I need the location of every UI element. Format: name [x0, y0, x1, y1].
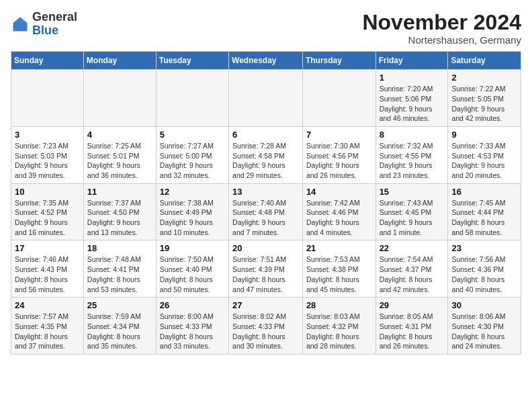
logo-blue: Blue — [32, 24, 58, 37]
calendar-day-cell: 5Sunrise: 7:27 AM Sunset: 5:00 PM Daylig… — [156, 126, 228, 183]
calendar-day-cell: 11Sunrise: 7:37 AM Sunset: 4:50 PM Dayli… — [83, 183, 156, 240]
calendar-day-cell — [11, 70, 84, 127]
day-number: 18 — [87, 243, 152, 253]
calendar-day-cell: 18Sunrise: 7:48 AM Sunset: 4:41 PM Dayli… — [83, 240, 156, 298]
day-of-week-header: Friday — [375, 52, 448, 70]
calendar-day-cell: 26Sunrise: 8:00 AM Sunset: 4:33 PM Dayli… — [156, 298, 228, 355]
day-number: 16 — [451, 187, 517, 197]
calendar-day-cell: 14Sunrise: 7:42 AM Sunset: 4:46 PM Dayli… — [302, 183, 375, 240]
day-info: Sunrise: 8:05 AM Sunset: 4:31 PM Dayligh… — [380, 312, 445, 351]
day-info: Sunrise: 7:23 AM Sunset: 5:03 PM Dayligh… — [15, 141, 80, 181]
day-number: 1 — [380, 73, 445, 83]
calendar-day-cell: 6Sunrise: 7:28 AM Sunset: 4:58 PM Daylig… — [229, 126, 303, 183]
day-info: Sunrise: 7:38 AM Sunset: 4:49 PM Dayligh… — [160, 198, 225, 238]
calendar-day-cell: 10Sunrise: 7:35 AM Sunset: 4:52 PM Dayli… — [11, 183, 84, 240]
day-info: Sunrise: 7:40 AM Sunset: 4:48 PM Dayligh… — [232, 198, 299, 238]
day-info: Sunrise: 7:28 AM Sunset: 4:58 PM Dayligh… — [232, 141, 299, 181]
calendar-week-row: 10Sunrise: 7:35 AM Sunset: 4:52 PM Dayli… — [11, 183, 521, 240]
calendar-week-row: 24Sunrise: 7:57 AM Sunset: 4:35 PM Dayli… — [11, 298, 521, 355]
day-number: 14 — [306, 187, 372, 197]
day-info: Sunrise: 7:56 AM Sunset: 4:36 PM Dayligh… — [451, 255, 517, 294]
day-number: 26 — [160, 300, 225, 310]
calendar-day-cell: 24Sunrise: 7:57 AM Sunset: 4:35 PM Dayli… — [11, 298, 84, 355]
day-info: Sunrise: 7:33 AM Sunset: 4:53 PM Dayligh… — [451, 141, 517, 181]
day-info: Sunrise: 8:03 AM Sunset: 4:32 PM Dayligh… — [306, 312, 372, 351]
day-info: Sunrise: 7:25 AM Sunset: 5:01 PM Dayligh… — [87, 141, 152, 181]
day-info: Sunrise: 7:22 AM Sunset: 5:05 PM Dayligh… — [451, 84, 517, 124]
day-number: 25 — [87, 300, 152, 310]
calendar-week-row: 1Sunrise: 7:20 AM Sunset: 5:06 PM Daylig… — [11, 70, 521, 127]
day-number: 8 — [380, 130, 445, 140]
day-info: Sunrise: 7:30 AM Sunset: 4:56 PM Dayligh… — [306, 141, 372, 181]
logo-general: General — [32, 10, 77, 24]
day-number: 22 — [380, 243, 445, 253]
calendar-day-cell — [156, 70, 228, 127]
day-of-week-header: Sunday — [11, 52, 84, 70]
day-of-week-header: Wednesday — [229, 52, 303, 70]
day-number: 9 — [451, 130, 517, 140]
day-info: Sunrise: 7:42 AM Sunset: 4:46 PM Dayligh… — [306, 198, 372, 238]
day-number: 19 — [160, 243, 225, 253]
day-number: 27 — [232, 300, 299, 310]
title-block: November 2024 Nortershausen, Germany — [362, 11, 521, 46]
calendar-day-cell: 7Sunrise: 7:30 AM Sunset: 4:56 PM Daylig… — [302, 126, 375, 183]
calendar-day-cell: 1Sunrise: 7:20 AM Sunset: 5:06 PM Daylig… — [375, 70, 448, 127]
page-header: General Blue November 2024 Nortershausen… — [11, 11, 521, 46]
day-number: 23 — [451, 243, 517, 253]
location: Nortershausen, Germany — [362, 34, 521, 46]
day-number: 21 — [306, 243, 372, 253]
day-number: 24 — [15, 300, 80, 310]
calendar-day-cell: 25Sunrise: 7:59 AM Sunset: 4:34 PM Dayli… — [83, 298, 156, 355]
day-info: Sunrise: 8:00 AM Sunset: 4:33 PM Dayligh… — [160, 312, 225, 351]
calendar-day-cell — [83, 70, 156, 127]
day-info: Sunrise: 7:27 AM Sunset: 5:00 PM Dayligh… — [160, 141, 225, 181]
day-info: Sunrise: 8:02 AM Sunset: 4:33 PM Dayligh… — [232, 312, 299, 351]
calendar-week-row: 17Sunrise: 7:46 AM Sunset: 4:43 PM Dayli… — [11, 240, 521, 298]
calendar-day-cell: 20Sunrise: 7:51 AM Sunset: 4:39 PM Dayli… — [229, 240, 303, 298]
day-info: Sunrise: 7:32 AM Sunset: 4:55 PM Dayligh… — [380, 141, 445, 181]
day-of-week-header: Monday — [83, 52, 156, 70]
day-info: Sunrise: 7:57 AM Sunset: 4:35 PM Dayligh… — [15, 312, 80, 351]
day-number: 11 — [87, 187, 152, 197]
calendar-day-cell: 13Sunrise: 7:40 AM Sunset: 4:48 PM Dayli… — [229, 183, 303, 240]
day-number: 2 — [451, 73, 517, 83]
calendar-day-cell: 22Sunrise: 7:54 AM Sunset: 4:37 PM Dayli… — [375, 240, 448, 298]
calendar-day-cell: 27Sunrise: 8:02 AM Sunset: 4:33 PM Dayli… — [229, 298, 303, 355]
day-number: 6 — [232, 130, 299, 140]
day-info: Sunrise: 7:51 AM Sunset: 4:39 PM Dayligh… — [232, 255, 299, 294]
logo-icon — [11, 15, 30, 34]
calendar-day-cell: 23Sunrise: 7:56 AM Sunset: 4:36 PM Dayli… — [448, 240, 521, 298]
day-number: 17 — [15, 243, 80, 253]
day-info: Sunrise: 8:06 AM Sunset: 4:30 PM Dayligh… — [451, 312, 517, 351]
day-number: 10 — [15, 187, 80, 197]
day-info: Sunrise: 7:37 AM Sunset: 4:50 PM Dayligh… — [87, 198, 152, 238]
day-number: 20 — [232, 243, 299, 253]
calendar-day-cell: 3Sunrise: 7:23 AM Sunset: 5:03 PM Daylig… — [11, 126, 84, 183]
svg-marker-1 — [20, 17, 28, 23]
day-info: Sunrise: 7:46 AM Sunset: 4:43 PM Dayligh… — [15, 255, 80, 294]
calendar-day-cell: 8Sunrise: 7:32 AM Sunset: 4:55 PM Daylig… — [375, 126, 448, 183]
calendar-day-cell: 16Sunrise: 7:45 AM Sunset: 4:44 PM Dayli… — [448, 183, 521, 240]
day-number: 5 — [160, 130, 225, 140]
calendar-day-cell: 17Sunrise: 7:46 AM Sunset: 4:43 PM Dayli… — [11, 240, 84, 298]
calendar-day-cell: 2Sunrise: 7:22 AM Sunset: 5:05 PM Daylig… — [448, 70, 521, 127]
day-number: 4 — [87, 130, 152, 140]
calendar-day-cell — [229, 70, 303, 127]
day-info: Sunrise: 7:35 AM Sunset: 4:52 PM Dayligh… — [15, 198, 80, 238]
day-of-week-header: Thursday — [302, 52, 375, 70]
calendar-day-cell: 9Sunrise: 7:33 AM Sunset: 4:53 PM Daylig… — [448, 126, 521, 183]
month-title: November 2024 — [362, 11, 521, 34]
day-of-week-header: Saturday — [448, 52, 521, 70]
day-number: 13 — [232, 187, 299, 197]
day-info: Sunrise: 7:53 AM Sunset: 4:38 PM Dayligh… — [306, 255, 372, 294]
calendar-header-row: SundayMondayTuesdayWednesdayThursdayFrid… — [11, 52, 521, 70]
calendar-day-cell: 29Sunrise: 8:05 AM Sunset: 4:31 PM Dayli… — [375, 298, 448, 355]
day-number: 3 — [15, 130, 80, 140]
day-info: Sunrise: 7:20 AM Sunset: 5:06 PM Dayligh… — [380, 84, 445, 124]
day-of-week-header: Tuesday — [156, 52, 228, 70]
day-info: Sunrise: 7:59 AM Sunset: 4:34 PM Dayligh… — [87, 312, 152, 351]
day-info: Sunrise: 7:45 AM Sunset: 4:44 PM Dayligh… — [451, 198, 517, 238]
day-info: Sunrise: 7:43 AM Sunset: 4:45 PM Dayligh… — [380, 198, 445, 238]
calendar-day-cell: 28Sunrise: 8:03 AM Sunset: 4:32 PM Dayli… — [302, 298, 375, 355]
day-number: 15 — [380, 187, 445, 197]
